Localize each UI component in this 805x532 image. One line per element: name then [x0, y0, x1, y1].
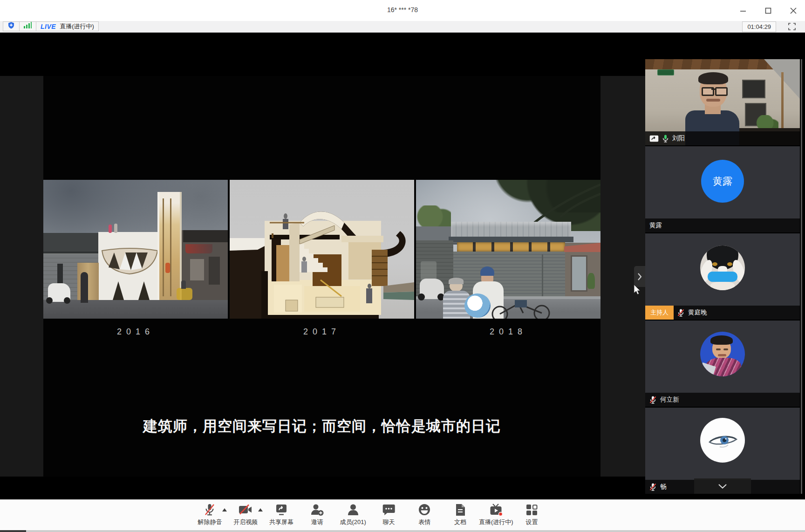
toolbar-label: 表情: [418, 518, 430, 526]
participant-tile-liuyang[interactable]: 刘阳: [645, 59, 800, 145]
slide-caption: 建筑师，用空间来写日记；而空间，恰恰是城市的日记: [43, 416, 600, 436]
slide-photo-2017: [230, 180, 414, 319]
start-video-button[interactable]: 开启视频: [228, 503, 264, 526]
settings-button[interactable]: 设置: [514, 503, 550, 526]
participant-name: 黄庭晚: [688, 308, 707, 317]
bottom-toolbar: 解除静音 开启视频 共享屏幕 邀请: [0, 499, 805, 530]
invite-icon: [311, 503, 324, 516]
mic-muted-icon: [649, 396, 656, 404]
maximize-button[interactable]: [761, 4, 775, 18]
live-status-text: 直播(进行中): [60, 22, 94, 31]
mic-options-caret-icon[interactable]: [222, 508, 227, 512]
live-streaming-button[interactable]: 直播(进行中): [478, 503, 514, 526]
toolbar-label: 设置: [526, 518, 538, 526]
avatar-text: 黄露: [713, 175, 732, 188]
live-tv-icon: [490, 503, 503, 516]
network-quality[interactable]: [19, 21, 36, 31]
chat-icon: [382, 503, 395, 516]
participant-name: 何立新: [660, 396, 679, 404]
chevron-right-icon: [637, 273, 642, 280]
avatar-initial: 黄露: [701, 160, 744, 203]
toolbar-label: 共享屏幕: [269, 518, 293, 526]
live-status[interactable]: LIVE 直播(进行中): [36, 21, 99, 31]
unmute-button[interactable]: 解除静音: [192, 503, 228, 526]
document-button[interactable]: 文档: [443, 503, 478, 526]
live-badge: LIVE: [41, 23, 56, 30]
security-shield-icon: [7, 21, 15, 31]
slide-photo-2018: [416, 180, 600, 319]
participant-tile-chang[interactable]: 畅: [645, 408, 800, 494]
toolbar-label: 成员(201): [340, 518, 366, 526]
chevron-down-icon: [718, 484, 727, 489]
sidebar-scrollbar[interactable]: [801, 59, 802, 494]
fullscreen-button[interactable]: [786, 22, 798, 31]
video-options-caret-icon[interactable]: [258, 508, 263, 512]
participant-name: 黄露: [649, 221, 662, 230]
participant-tile-helixin[interactable]: 何立新: [645, 321, 800, 407]
share-screen-icon: [275, 503, 287, 516]
year-label-2017: 2017: [230, 327, 414, 337]
window-bottom-edge: [0, 530, 805, 532]
meeting-timer: 01:04:29: [742, 21, 776, 32]
host-role-badge: 主持人: [645, 306, 674, 320]
network-signal-icon: [24, 22, 32, 31]
toolbar-label: 直播(进行中): [479, 518, 513, 526]
screen-share-badge-icon: [649, 135, 659, 142]
minimize-button[interactable]: [736, 4, 750, 18]
slide-photo-2016: [43, 180, 228, 319]
avatar-cat-photo: [700, 246, 745, 290]
toolbar-label: 文档: [454, 518, 466, 526]
invite-button[interactable]: 邀请: [299, 503, 335, 526]
emoji-button[interactable]: 表情: [407, 503, 443, 526]
toolbar-label: 邀请: [311, 518, 323, 526]
year-label-2018: 2018: [416, 327, 600, 337]
presentation-slide: 2016 2017 2018 建筑师，用空间来写日记；而空间，恰恰是城市的日记: [43, 76, 600, 477]
participant-tile-huanglu[interactable]: 黄露 黄露: [645, 146, 800, 232]
emoji-icon: [418, 503, 430, 516]
members-button[interactable]: 成员(201): [335, 503, 371, 526]
participant-name: 刘阳: [672, 134, 685, 143]
participant-name: 畅: [660, 483, 667, 491]
mic-muted-icon: [649, 483, 656, 491]
sidebar-collapse-down-button[interactable]: [694, 478, 751, 494]
participant-tile-huangtingwan[interactable]: 主持人 黄庭晚: [645, 233, 800, 320]
toolbar-label: 开启视频: [233, 518, 258, 526]
meeting-window: 16* *** *78: [0, 0, 805, 532]
close-button[interactable]: [786, 4, 800, 18]
window-title: 16* *** *78: [0, 6, 805, 14]
mouse-cursor: [634, 284, 642, 296]
security-status[interactable]: [3, 21, 20, 31]
toolbar-label: 聊天: [382, 518, 395, 526]
status-bar: LIVE 直播(进行中) 01:04:29: [0, 21, 805, 33]
document-icon: [455, 503, 465, 516]
title-bar: 16* *** *78: [0, 0, 805, 21]
avatar-photo: [700, 332, 745, 376]
mic-muted-icon: [204, 503, 215, 516]
share-screen-button[interactable]: 共享屏幕: [264, 503, 300, 526]
year-label-2016: 2016: [43, 327, 228, 337]
toolbar-label: 解除静音: [198, 518, 222, 526]
mic-muted-icon: [677, 309, 684, 317]
mic-on-icon: [662, 135, 669, 143]
settings-icon: [526, 503, 538, 516]
members-icon: [347, 503, 359, 516]
avatar-eye-photo: [700, 418, 745, 463]
chat-button[interactable]: 聊天: [371, 503, 407, 526]
participant-sidebar: 刘阳 黄露 黄露 主持人: [645, 59, 800, 494]
camera-off-icon: [239, 503, 252, 516]
